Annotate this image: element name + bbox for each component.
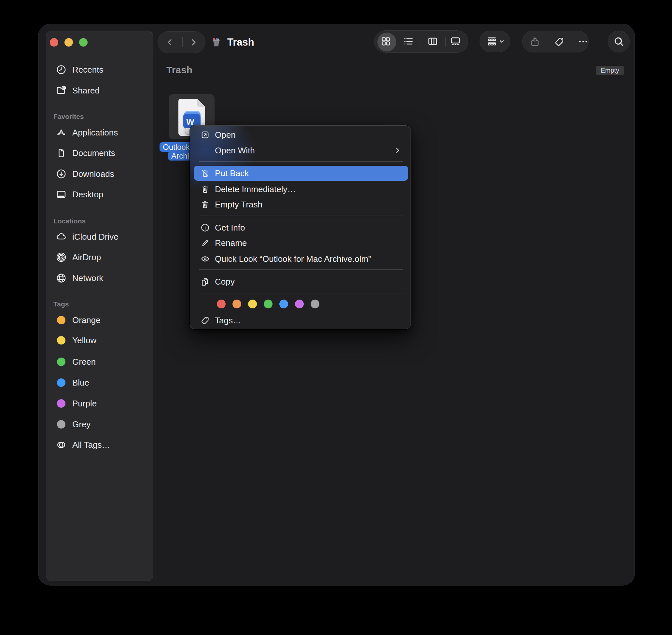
sidebar-item-airdrop[interactable]: AirDrop — [46, 249, 153, 265]
file-label-line2[interactable]: Archi — [168, 151, 192, 160]
menu-separator — [199, 293, 403, 293]
all-tags-icon — [55, 439, 67, 451]
globe-icon — [55, 272, 67, 284]
orange-tag-color-dot[interactable] — [232, 300, 241, 308]
menu-item-quick-look[interactable]: Quick Look “Outlook for Mac Archive.olm” — [190, 251, 410, 266]
clock-icon — [55, 64, 67, 75]
list-view-button[interactable] — [402, 35, 415, 47]
trash-emoji-icon — [210, 36, 222, 48]
pencil-icon — [199, 237, 211, 249]
sidebar-section-favorites: Favorites — [53, 112, 84, 122]
grey-tag-color-dot[interactable] — [311, 300, 319, 308]
sidebar-item-tag-green[interactable]: Green — [46, 354, 153, 370]
screenshot-root: Recents Shared Favorites Applications Do — [0, 0, 672, 635]
tag-icon — [199, 314, 211, 326]
zoom-window-button[interactable] — [79, 38, 88, 47]
sidebar-item-tag-blue[interactable]: Blue — [46, 375, 153, 390]
eye-icon — [199, 253, 211, 265]
sidebar-item-icloud-drive[interactable]: iCloud Drive — [46, 229, 153, 245]
green-tag-color-dot[interactable] — [264, 300, 272, 308]
info-circle-icon — [199, 222, 211, 234]
blue-tag-dot — [57, 378, 65, 387]
menu-item-tags[interactable]: Tags… — [190, 313, 410, 328]
more-icon[interactable] — [577, 36, 589, 48]
menu-item-open-with[interactable]: Open With — [190, 143, 410, 158]
open-icon — [199, 129, 211, 141]
menu-item-delete-immediately[interactable]: Delete Immediately… — [190, 182, 410, 197]
menu-item-empty-trash[interactable]: Empty Trash — [190, 197, 410, 212]
menu-separator — [199, 216, 403, 216]
red-tag-color-dot[interactable] — [217, 300, 226, 308]
menu-separator — [199, 269, 403, 270]
column-view-button[interactable] — [426, 35, 439, 47]
yellow-tag-dot — [57, 336, 65, 345]
sidebar-item-all-tags[interactable]: All Tags… — [46, 437, 153, 453]
purple-tag-color-dot[interactable] — [295, 300, 304, 308]
menu-item-open[interactable]: Open — [190, 127, 410, 142]
sidebar-item-documents[interactable]: Documents — [46, 145, 153, 161]
view-separator — [445, 38, 446, 47]
menu-item-put-back[interactable]: Put Back — [194, 166, 408, 181]
sidebar-item-tag-orange[interactable]: Orange — [46, 312, 153, 328]
chevron-down-icon — [499, 39, 504, 44]
empty-trash-button[interactable]: Empty — [596, 66, 624, 75]
menu-item-rename[interactable]: Rename — [190, 236, 410, 250]
sidebar-section-locations: Locations — [53, 216, 86, 226]
context-menu: Open Open With Put Back Delete Immed — [190, 125, 411, 329]
purple-tag-dot — [57, 399, 65, 408]
share-icon[interactable] — [529, 36, 541, 48]
green-tag-dot — [57, 357, 65, 366]
menu-item-get-info[interactable]: Get Info — [190, 220, 410, 235]
gallery-view-button[interactable] — [449, 35, 462, 47]
tags-icon[interactable] — [553, 36, 565, 48]
view-separator — [422, 38, 422, 47]
orange-tag-dot — [57, 316, 65, 324]
copy-icon — [199, 276, 211, 287]
trash-icon — [199, 199, 211, 210]
chevron-right-icon — [394, 147, 401, 154]
sidebar: Recents Shared Favorites Applications Do — [46, 30, 153, 581]
grey-tag-dot — [57, 420, 65, 429]
cloud-icon — [55, 231, 67, 243]
trash-icon — [199, 183, 211, 195]
blue-tag-color-dot[interactable] — [279, 300, 288, 308]
desktop-icon — [55, 189, 67, 200]
trash-slash-icon — [199, 167, 211, 179]
minimize-window-button[interactable] — [65, 38, 73, 47]
sidebar-item-recents[interactable]: Recents — [46, 62, 153, 78]
group-button[interactable] — [480, 30, 510, 52]
sidebar-item-network[interactable]: Network — [46, 270, 153, 286]
sidebar-item-desktop[interactable]: Desktop — [46, 187, 153, 202]
yellow-tag-color-dot[interactable] — [248, 300, 257, 308]
back-button[interactable] — [159, 31, 181, 53]
airdrop-icon — [55, 251, 67, 263]
shared-folder-icon — [55, 85, 67, 96]
app-store-icon — [55, 127, 67, 138]
sidebar-item-shared[interactable]: Shared — [46, 83, 153, 98]
word-badge-letter: W — [186, 117, 194, 127]
window-title: Trash — [227, 37, 254, 48]
menu-separator — [199, 161, 403, 162]
sidebar-item-tag-purple[interactable]: Purple — [46, 396, 153, 411]
forward-button[interactable] — [182, 31, 205, 53]
content-section-header: Trash — [166, 64, 193, 75]
menu-item-copy[interactable]: Copy — [190, 274, 410, 289]
search-icon[interactable] — [608, 30, 630, 52]
sidebar-section-tags: Tags — [53, 299, 69, 309]
close-window-button[interactable] — [50, 38, 58, 47]
finder-window: Recents Shared Favorites Applications Do — [38, 24, 635, 586]
sidebar-item-tag-yellow[interactable]: Yellow — [46, 332, 153, 348]
icon-view-button[interactable] — [380, 35, 392, 47]
sidebar-item-applications[interactable]: Applications — [46, 125, 153, 140]
document-icon — [55, 147, 67, 159]
download-circle-icon — [55, 168, 67, 180]
sidebar-item-tag-grey[interactable]: Grey — [46, 416, 153, 432]
sidebar-item-downloads[interactable]: Downloads — [46, 166, 153, 182]
